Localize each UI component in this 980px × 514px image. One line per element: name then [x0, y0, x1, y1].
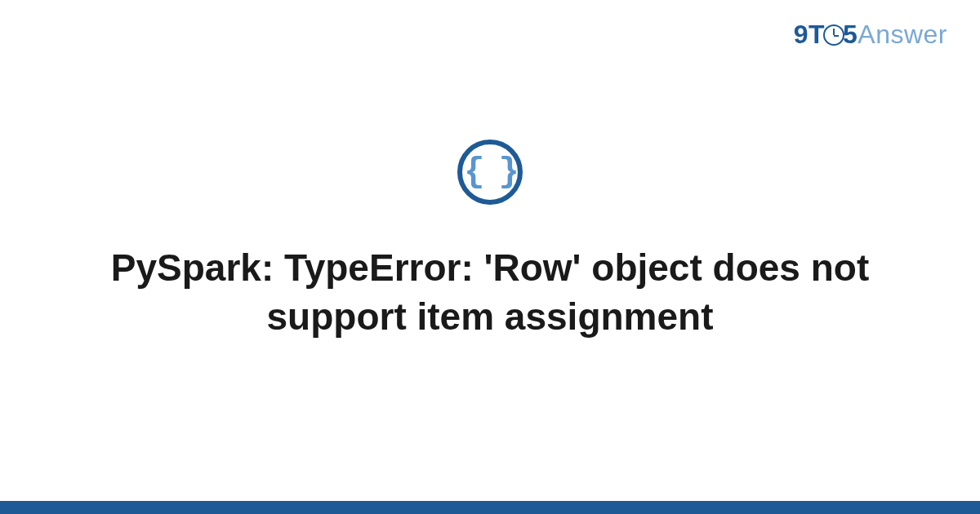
braces-glyph: { }	[464, 155, 516, 189]
footer-accent-bar	[0, 501, 980, 514]
question-title: PySpark: TypeError: 'Row' object does no…	[98, 244, 882, 342]
code-braces-icon: { }	[457, 140, 523, 205]
main-content: { } PySpark: TypeError: 'Row' object doe…	[0, 0, 980, 514]
